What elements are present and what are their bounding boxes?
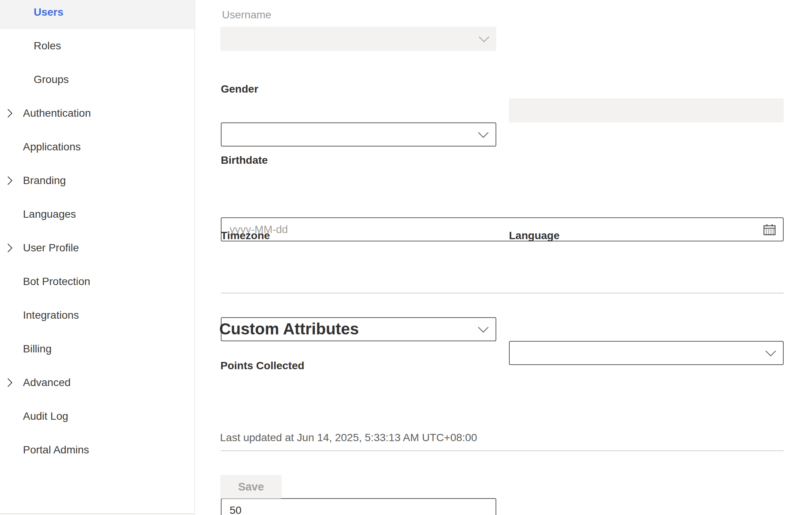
- calendar-icon[interactable]: [763, 223, 776, 236]
- sidebar-item-roles[interactable]: Roles: [0, 29, 194, 63]
- chevron-right-icon[interactable]: [6, 377, 14, 388]
- chevron-down-icon: [478, 36, 490, 43]
- gender-dropdown[interactable]: [221, 122, 496, 147]
- chevron-down-icon: [477, 326, 489, 334]
- sidebar-item-label: Groups: [34, 73, 69, 86]
- birthdate-label: Birthdate: [221, 154, 268, 166]
- footer-divider: [221, 450, 784, 451]
- sidebar-item-languages[interactable]: Languages: [0, 197, 194, 231]
- sidebar-item-label: Roles: [34, 40, 61, 52]
- gender-label: Gender: [221, 83, 258, 95]
- sidebar-item-label: User Profile: [23, 242, 79, 254]
- last-updated-text: Last updated at Jun 14, 2025, 5:33:13 AM…: [220, 431, 477, 444]
- sidebar-item-label: Portal Admins: [23, 444, 89, 456]
- sidebar-item-bot-protection[interactable]: Bot Protection: [0, 265, 194, 298]
- username-label: Username: [222, 8, 271, 21]
- points-collected-field: [221, 498, 496, 515]
- sidebar-item-authentication[interactable]: Authentication: [0, 96, 194, 130]
- sidebar-item-label: Authentication: [23, 107, 91, 119]
- sidebar-item-integrations[interactable]: Integrations: [0, 298, 194, 332]
- sidebar-item-audit-log[interactable]: Audit Log: [0, 399, 194, 433]
- sidebar-item-label: Integrations: [23, 309, 79, 321]
- section-divider: [221, 293, 784, 293]
- sidebar-item-label: Bot Protection: [23, 275, 90, 288]
- custom-attributes-heading: Custom Attributes: [219, 319, 359, 339]
- points-collected-label: Points Collected: [220, 359, 304, 372]
- points-collected-input[interactable]: [222, 499, 496, 515]
- language-dropdown[interactable]: [509, 341, 784, 365]
- sidebar-item-advanced[interactable]: Advanced: [0, 366, 194, 399]
- sidebar-item-label: Branding: [23, 174, 66, 187]
- sidebar-nav: Users Roles Groups Authentication Applic…: [0, 0, 195, 514]
- gender-secondary-field: [509, 98, 784, 122]
- admin-portal-page: { "sidebar": { "items": [ {"label": "Use…: [0, 0, 812, 515]
- birthdate-field: [221, 217, 784, 241]
- sidebar-item-label: Billing: [23, 343, 52, 355]
- chevron-right-icon[interactable]: [6, 175, 14, 186]
- chevron-down-icon: [765, 350, 777, 357]
- sidebar-item-users[interactable]: Users: [0, 0, 194, 29]
- timezone-label: Timezone: [221, 229, 270, 242]
- sidebar-item-applications[interactable]: Applications: [0, 130, 194, 164]
- sidebar-item-billing[interactable]: Billing: [0, 332, 194, 366]
- chevron-right-icon[interactable]: [6, 243, 14, 253]
- sidebar-item-groups[interactable]: Groups: [0, 63, 194, 96]
- language-label: Language: [509, 229, 559, 242]
- chevron-down-icon: [477, 131, 489, 139]
- sidebar-item-label: Advanced: [23, 376, 71, 389]
- chevron-right-icon[interactable]: [6, 108, 14, 119]
- username-dropdown: [220, 27, 496, 51]
- sidebar-item-label: Applications: [23, 141, 81, 153]
- sidebar-item-user-profile[interactable]: User Profile: [0, 231, 194, 265]
- birthdate-input[interactable]: [222, 218, 783, 241]
- sidebar-item-label: Languages: [23, 208, 76, 220]
- sidebar-item-label: Audit Log: [23, 410, 68, 422]
- sidebar-item-portal-admins[interactable]: Portal Admins: [0, 433, 194, 467]
- save-button[interactable]: Save: [220, 475, 282, 499]
- sidebar-item-label: Users: [34, 6, 64, 18]
- sidebar-item-branding[interactable]: Branding: [0, 164, 194, 197]
